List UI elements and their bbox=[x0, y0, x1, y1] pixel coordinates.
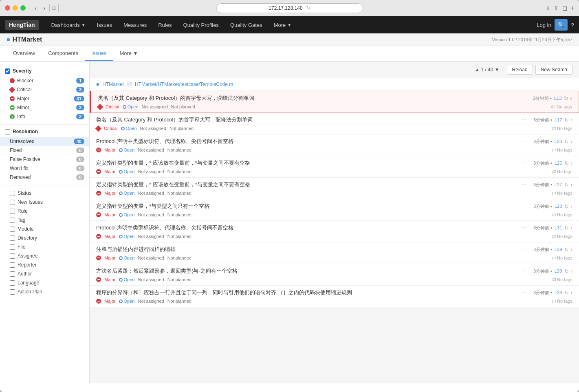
sidebar-item-blocker[interactable]: Blocker 1 bbox=[0, 76, 89, 85]
sidebar-item-major[interactable]: Major 31 bbox=[0, 94, 89, 103]
issue-refresh-icon[interactable]: ↻ bbox=[564, 268, 569, 274]
sidebar-item-reporter[interactable]: Reporter bbox=[0, 260, 89, 269]
reload-icon[interactable]: ↻ bbox=[306, 5, 310, 11]
project-title[interactable]: HTMarket bbox=[12, 36, 42, 43]
login-button[interactable]: Log in bbox=[537, 22, 551, 28]
sidebar-item-assignee[interactable]: Assignee bbox=[0, 251, 89, 260]
issue-more-icon[interactable]: ⋯ bbox=[522, 96, 526, 101]
resolution-checkbox[interactable] bbox=[5, 129, 10, 134]
chevron-right-icon[interactable]: › bbox=[568, 95, 572, 101]
nav-measures[interactable]: Measures bbox=[118, 16, 152, 33]
issue-more-icon[interactable]: ⋯ bbox=[522, 290, 527, 295]
issue-more-icon[interactable]: ⋯ bbox=[522, 182, 527, 187]
issue-refresh-icon[interactable]: ↻ bbox=[564, 247, 569, 253]
module-checkbox[interactable] bbox=[10, 227, 15, 232]
brand[interactable]: HengTian bbox=[5, 20, 39, 30]
tabs-icon[interactable]: ◻ bbox=[562, 4, 567, 12]
sidebar-item-file[interactable]: File bbox=[0, 242, 89, 251]
download-icon[interactable]: ⇩ bbox=[545, 4, 550, 12]
issue-item[interactable]: 程序的分界符｛和｝应独占一行并且位于同一列，同时与引用他们的语句对齐.｛｝之内的… bbox=[90, 286, 579, 307]
issue-more-icon[interactable]: ⋯ bbox=[522, 269, 527, 274]
sidebar-item-unresolved[interactable]: Unresolved 40 bbox=[0, 137, 89, 146]
sidebar-item-tag[interactable]: Tag bbox=[0, 216, 89, 225]
chevron-right-icon[interactable]: › bbox=[569, 289, 572, 296]
reload-button[interactable]: Reload bbox=[507, 65, 533, 75]
chevron-right-icon[interactable]: › bbox=[569, 181, 572, 188]
sidebar-item-status[interactable]: Status bbox=[0, 189, 89, 198]
sidebar-item-info[interactable]: Info 2 bbox=[0, 112, 89, 121]
sidebar-item-language[interactable]: Language bbox=[0, 278, 89, 287]
issue-more-icon[interactable]: ⋯ bbox=[522, 117, 527, 123]
forward-button[interactable]: › bbox=[41, 4, 48, 12]
nav-issues[interactable]: Issues bbox=[91, 16, 118, 33]
sidebar-item-directory[interactable]: Directory bbox=[0, 233, 89, 242]
tag-checkbox[interactable] bbox=[10, 218, 15, 223]
sidebar-item-rule[interactable]: Rule bbox=[0, 207, 89, 216]
issue-more-icon[interactable]: ⋯ bbox=[522, 161, 527, 166]
chevron-right-icon[interactable]: › bbox=[569, 246, 572, 253]
assignee-checkbox[interactable] bbox=[10, 253, 15, 259]
tab-components[interactable]: Components bbox=[42, 46, 85, 61]
sidebar-item-author[interactable]: Author bbox=[0, 269, 89, 278]
tab-more[interactable]: More ▼ bbox=[113, 46, 145, 61]
reporter-checkbox[interactable] bbox=[10, 262, 15, 268]
sidebar-item-false-positive[interactable]: False Positive 0 bbox=[0, 155, 89, 164]
rule-checkbox[interactable] bbox=[10, 209, 15, 214]
sidebar-item-action-plan[interactable]: Action Plan bbox=[0, 287, 89, 296]
chevron-right-icon[interactable]: › bbox=[569, 160, 572, 166]
back-button[interactable]: ‹ bbox=[32, 4, 39, 12]
issue-more-icon[interactable]: ⋯ bbox=[522, 247, 527, 252]
status-checkbox[interactable] bbox=[10, 191, 15, 196]
issue-refresh-icon[interactable]: ↻ bbox=[564, 117, 569, 123]
sidebar-item-removed[interactable]: Removed 0 bbox=[0, 173, 89, 182]
chevron-right-icon[interactable]: › bbox=[569, 203, 572, 209]
nav-dashboards[interactable]: Dashboards ▼ bbox=[46, 16, 91, 33]
action-plan-checkbox[interactable] bbox=[10, 289, 15, 295]
sidebar-item-minor[interactable]: Minor 3 bbox=[0, 103, 89, 112]
chevron-right-icon[interactable]: › bbox=[569, 138, 572, 145]
issue-more-icon[interactable]: ⋯ bbox=[522, 225, 527, 231]
minimize-button[interactable] bbox=[13, 5, 18, 11]
issue-refresh-icon[interactable]: ↻ bbox=[564, 225, 569, 231]
add-tab-icon[interactable]: + bbox=[570, 4, 574, 12]
issue-refresh-icon[interactable]: ↻ bbox=[564, 203, 569, 209]
author-checkbox[interactable] bbox=[10, 271, 15, 277]
issue-item[interactable]: 注释与所描述内容进行同样的缩排 ⋯ 3分钟前 • L39 ↻ › Major O… bbox=[90, 242, 579, 264]
file-checkbox[interactable] bbox=[10, 244, 15, 250]
issue-refresh-icon[interactable]: ↻ bbox=[564, 139, 569, 145]
issue-more-icon[interactable]: ⋯ bbox=[522, 139, 527, 144]
issue-item[interactable]: 类名（及其 Category 和 Protocol）的首字母大写，驼峰法分割单词… bbox=[90, 91, 579, 113]
issue-more-icon[interactable]: ⋯ bbox=[522, 204, 527, 209]
search-button[interactable]: 🔍 bbox=[555, 19, 568, 31]
close-button[interactable] bbox=[5, 5, 10, 11]
chevron-right-icon[interactable]: › bbox=[569, 225, 572, 231]
issue-item[interactable]: 定义指针类型的变量，*与类型之间只有一个空格 ⋯ 3分钟前 • L28 ↻ › … bbox=[90, 199, 579, 221]
tab-issues[interactable]: Issues bbox=[85, 46, 113, 61]
issue-refresh-icon[interactable]: ↻ bbox=[564, 160, 569, 166]
share-icon[interactable]: ⇪ bbox=[554, 4, 559, 12]
new-issues-checkbox[interactable] bbox=[10, 200, 15, 205]
issue-item[interactable]: Protocol 声明中类型标识符、代理名称、尖括号间不留空格 ⋯ 3分钟前 •… bbox=[90, 134, 579, 156]
issue-refresh-icon[interactable]: ↻ bbox=[564, 95, 568, 101]
tab-overview[interactable]: Overview bbox=[7, 46, 42, 61]
issue-item[interactable]: 定义指针类型的变量，* 应该放在变量前，*与变量之间不要有空格 ⋯ 3分钟前 •… bbox=[90, 156, 579, 178]
new-search-button[interactable]: New Search bbox=[535, 65, 572, 75]
issue-item[interactable]: Protocol 声明中类型标识符、代理名称、尖括号间不留空格 ⋯ 3分钟前 •… bbox=[90, 221, 579, 242]
severity-checkbox[interactable] bbox=[5, 68, 10, 74]
sidebar-item-fixed[interactable]: Fixed 0 bbox=[0, 146, 89, 155]
sidebar-item-new-issues[interactable]: New Issues bbox=[0, 198, 89, 207]
issue-refresh-icon[interactable]: ↻ bbox=[564, 290, 569, 296]
sidebar-item-critical[interactable]: Critical 3 bbox=[0, 85, 89, 94]
nav-quality-profiles[interactable]: Quality Profiles bbox=[177, 16, 224, 33]
language-checkbox[interactable] bbox=[10, 280, 15, 286]
issue-item[interactable]: 定义指针类型的变量，* 应该放在变量前，*与变量之间不要有空格 ⋯ 3分钟前 •… bbox=[90, 178, 579, 199]
url-bar[interactable]: 172.17.128.140 ↻ bbox=[216, 3, 363, 13]
nav-more[interactable]: More ▼ bbox=[268, 16, 297, 33]
chevron-right-icon[interactable]: › bbox=[569, 268, 572, 274]
directory-checkbox[interactable] bbox=[10, 236, 15, 241]
maximize-button[interactable] bbox=[20, 5, 26, 11]
breadcrumb-root[interactable]: HTMarket bbox=[102, 81, 124, 87]
chevron-right-icon[interactable]: › bbox=[569, 117, 572, 123]
issue-refresh-icon[interactable]: ↻ bbox=[564, 182, 569, 188]
sidebar-item-module[interactable]: Module bbox=[0, 225, 89, 233]
